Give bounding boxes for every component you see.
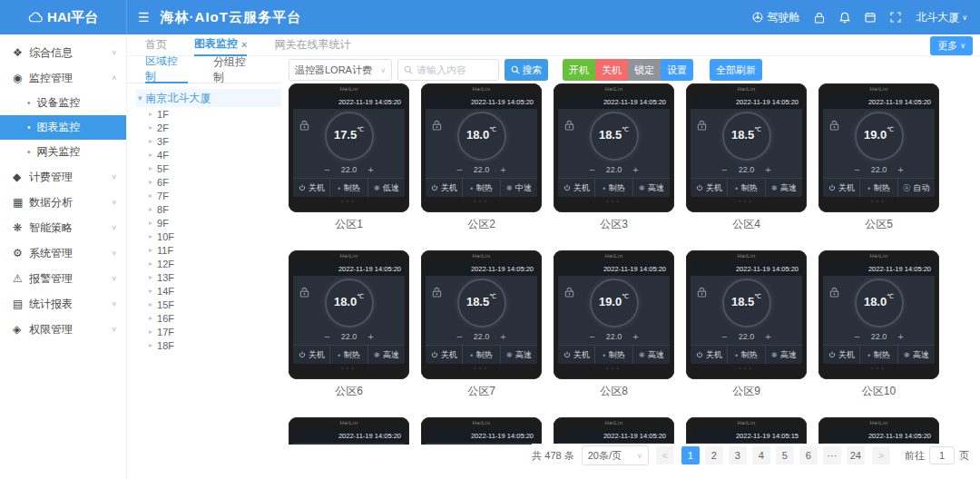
tree-floor-node[interactable]: ▸4F [136, 148, 281, 161]
mode-status[interactable]: ▪ 制热 [330, 346, 368, 364]
settings-button[interactable]: 设置 [661, 59, 693, 81]
tree-root-node[interactable]: ▾ 南京北斗大厦 [136, 89, 281, 107]
sidebar-item[interactable]: ⚙ 系统管理 ∨ [0, 240, 126, 266]
panel-tab[interactable]: 分组控制 [213, 56, 256, 83]
temp-decrease-button[interactable]: − [324, 164, 329, 175]
sidebar-subitem[interactable]: •图表监控 [0, 115, 126, 140]
tree-floor-node[interactable]: ▸17F [136, 325, 281, 338]
more-button[interactable]: 更多∨ [930, 36, 973, 55]
search-button[interactable]: 搜索 [505, 59, 548, 81]
panel-tab[interactable]: 区域控制 [145, 56, 188, 83]
mode-status[interactable]: ▪ 制热 [463, 346, 500, 364]
sidebar-item[interactable]: ▦ 数据分析 ∨ [0, 190, 126, 215]
temp-increase-button[interactable]: + [897, 331, 903, 342]
device-card[interactable]: HaiLin 2022-11-19 14:05:20 17.5 ℃ − 22.0… [289, 83, 409, 232]
device-card[interactable]: HaiLin 2022-11-19 14:05:20 20.0 ℃ − + [818, 417, 939, 445]
tree-floor-node[interactable]: ▸6F [136, 175, 281, 189]
power-off-button[interactable]: 关机 [595, 59, 628, 81]
device-card[interactable]: HaiLin 2022-11-19 14:05:20 19.0 ℃ − 22.0… [818, 83, 939, 232]
fan-status[interactable]: ❋ 高速 [898, 346, 935, 364]
power-status[interactable]: 关机 [823, 346, 860, 364]
platform-logo[interactable]: HAI平台 [0, 0, 127, 34]
page-number-button[interactable]: 5 [776, 446, 794, 464]
power-status[interactable]: 关机 [293, 179, 330, 197]
device-card[interactable]: HaiLin 2022-11-19 14:05:20 18.5 ℃ − 22.0… [686, 83, 807, 232]
sidebar-item[interactable]: ⚠ 报警管理 ∨ [0, 266, 126, 291]
bell-icon[interactable] [839, 12, 850, 24]
menu-collapse-icon[interactable]: ☰ [138, 10, 150, 24]
temp-decrease-button[interactable]: − [721, 164, 727, 175]
search-input[interactable] [416, 64, 493, 75]
more-pages-button[interactable]: ··· [823, 446, 841, 464]
tree-floor-node[interactable]: ▸5F [136, 161, 281, 175]
power-status[interactable]: 关机 [426, 346, 463, 364]
page-tab[interactable]: 网关在线率统计 [274, 34, 350, 56]
device-type-select[interactable]: 温控器LORA计费 ∨ [289, 59, 392, 81]
tree-floor-node[interactable]: ▸13F [136, 270, 281, 284]
temp-decrease-button[interactable]: − [721, 331, 727, 342]
close-tab-icon[interactable]: × [241, 39, 247, 50]
refresh-all-button[interactable]: 全部刷新 [710, 59, 762, 81]
mode-status[interactable]: ▪ 制热 [595, 179, 632, 197]
temp-increase-button[interactable]: + [500, 164, 505, 175]
temp-decrease-button[interactable]: − [456, 164, 462, 175]
power-on-button[interactable]: 开机 [563, 59, 595, 81]
temp-increase-button[interactable]: + [500, 331, 505, 342]
tree-floor-node[interactable]: ▸1F [136, 107, 281, 121]
power-status[interactable]: 关机 [426, 179, 463, 197]
fan-status[interactable]: ❋ 高速 [501, 346, 537, 364]
page-tab[interactable]: 图表监控× [194, 34, 247, 56]
fullscreen-icon[interactable] [890, 12, 901, 23]
sidebar-item[interactable]: ❖ 综合信息 ∨ [0, 40, 126, 65]
tree-floor-node[interactable]: ▸7F [136, 189, 281, 202]
power-status[interactable]: 关机 [558, 179, 595, 197]
temp-increase-button[interactable]: + [765, 164, 770, 175]
tree-floor-node[interactable]: ▸14F [136, 284, 281, 298]
mode-status[interactable]: ▪ 制热 [728, 346, 765, 364]
temp-increase-button[interactable]: + [368, 331, 373, 342]
temp-increase-button[interactable]: + [632, 331, 638, 342]
calendar-icon[interactable] [865, 12, 876, 23]
cockpit-button[interactable]: 驾驶舱 [752, 10, 799, 25]
sidebar-item[interactable]: ▤ 统计报表 ∨ [0, 291, 126, 317]
tree-floor-node[interactable]: ▸8F [136, 202, 281, 216]
tree-floor-node[interactable]: ▸2F [136, 121, 281, 134]
page-number-button[interactable]: 4 [752, 446, 770, 464]
site-selector[interactable]: 北斗大厦 ∨ [916, 10, 967, 25]
sidebar-item[interactable]: ◆ 计费管理 ∨ [0, 164, 126, 190]
tree-floor-node[interactable]: ▸10F [136, 230, 281, 243]
fan-status[interactable]: ❋ 高速 [766, 346, 802, 364]
fan-status[interactable]: ❋ 高速 [368, 346, 405, 364]
device-card[interactable]: HaiLin 2022-11-19 14:05:20 18.0 ℃ − 22.0… [421, 83, 542, 232]
fan-status[interactable]: ❋ 高速 [766, 179, 802, 197]
device-card[interactable]: HaiLin 2022-11-19 14:05:20 19.0 ℃ − 22.0… [554, 250, 674, 399]
sidebar-item[interactable]: ❋ 智能策略 ∨ [0, 215, 126, 240]
fan-status[interactable]: ❋ 中速 [501, 179, 537, 197]
fan-status[interactable]: Ⓐ 自动 [898, 179, 935, 197]
lock-button[interactable]: 锁定 [628, 59, 661, 81]
mode-status[interactable]: ▪ 制热 [728, 179, 765, 197]
mode-status[interactable]: ▪ 制热 [595, 346, 632, 364]
mode-status[interactable]: ▪ 制热 [860, 346, 897, 364]
tree-floor-node[interactable]: ▸3F [136, 134, 281, 148]
next-page-button[interactable]: > [872, 446, 890, 464]
temp-increase-button[interactable]: + [368, 164, 373, 175]
mode-status[interactable]: ▪ 制热 [330, 179, 368, 197]
page-number-button[interactable]: 1 [681, 446, 700, 464]
fan-status[interactable]: ❋ 高速 [633, 346, 670, 364]
tree-floor-node[interactable]: ▸11F [136, 243, 281, 257]
sidebar-item[interactable]: ◉ 监控管理 ∧ [0, 65, 126, 91]
device-card[interactable]: HaiLin 2022-11-19 14:05:20 18.0 ℃ − 22.0… [289, 250, 409, 399]
temp-increase-button[interactable]: + [632, 164, 638, 175]
prev-page-button[interactable]: < [656, 446, 674, 464]
device-card[interactable]: HaiLin 2022-11-19 14:05:20 18.5 ℃ − 22.0… [421, 250, 542, 399]
device-card[interactable]: HaiLin 2022-11-19 14:05:20 18.0 ℃ − + [289, 417, 409, 445]
page-number-button[interactable]: 2 [705, 446, 723, 464]
page-number-button[interactable]: 3 [729, 446, 747, 464]
device-card[interactable]: HaiLin 2022-11-19 14:05:20 19.5 ℃ − + [421, 417, 542, 445]
temp-increase-button[interactable]: + [897, 164, 903, 175]
tree-floor-node[interactable]: ▸18F [136, 338, 281, 352]
page-tab[interactable]: 首页 [145, 34, 167, 56]
power-status[interactable]: 关机 [558, 346, 595, 364]
temp-decrease-button[interactable]: − [589, 164, 594, 175]
